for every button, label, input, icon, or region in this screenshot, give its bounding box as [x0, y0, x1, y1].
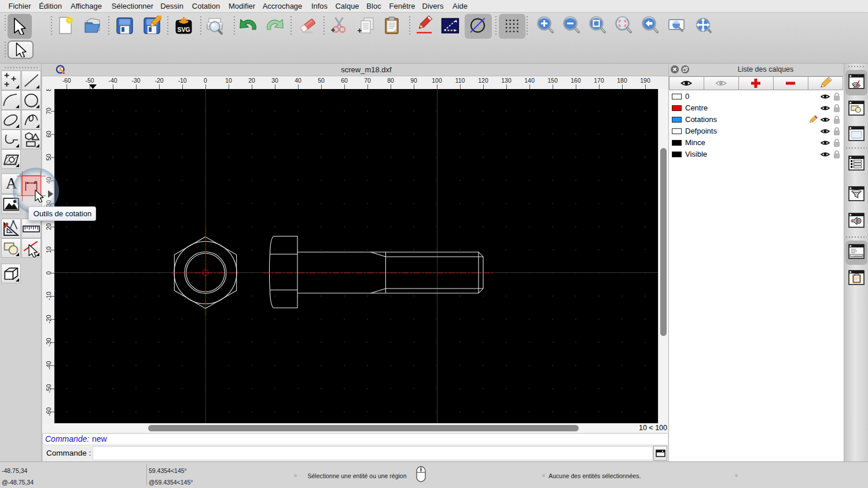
svg-text:c command: c command [851, 255, 862, 257]
svg-text:SVG: SVG [177, 26, 190, 33]
